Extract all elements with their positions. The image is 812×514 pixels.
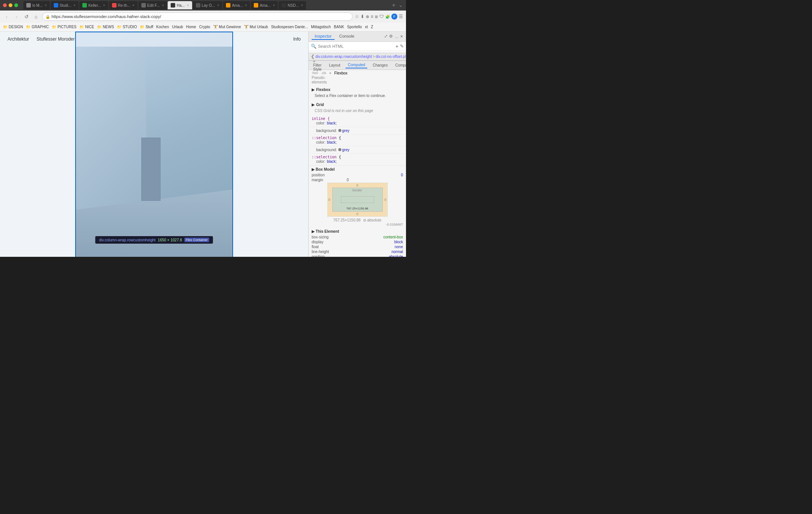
devtools-settings-icon[interactable]: ⚙ (389, 34, 393, 39)
tab-inspector[interactable]: Inspector (312, 33, 335, 40)
add-tab-button[interactable]: + (392, 2, 395, 9)
devtools-expand-icon[interactable]: ⤢ (384, 34, 388, 39)
bookmark-graphic[interactable]: 📁 GRAPHIC (26, 25, 49, 29)
bookmark-bank[interactable]: BANK (334, 25, 344, 29)
bookmark-mittagstisch[interactable]: Mittagstisch (311, 25, 331, 29)
tab-close-icon[interactable]: × (132, 3, 134, 7)
bookmark-nice[interactable]: 📁 NICE (79, 25, 94, 29)
color-swatch-2 (338, 148, 341, 151)
tab-label: NSD... (288, 3, 298, 8)
bookmark-z[interactable]: Z (371, 25, 373, 29)
devtools-close-icon[interactable]: × (400, 33, 403, 39)
bookmark-label: NEWS (103, 25, 114, 29)
styles-panel[interactable]: ≡ Filter Style Layout Computed Changes C… (309, 61, 406, 257)
tab-close-icon[interactable]: × (301, 3, 303, 7)
tab-amazon1[interactable]: Ama... × (223, 1, 250, 9)
tab-studi[interactable]: Studi... × (51, 1, 79, 9)
home-button[interactable]: ⌂ (32, 13, 40, 20)
maximize-button[interactable] (14, 3, 18, 7)
bookmark-urlaub[interactable]: Urlaub (172, 25, 183, 29)
prop-row-position: position absolute (312, 254, 403, 257)
breadcrumb-nav-left[interactable]: ❮ (311, 54, 315, 59)
nav-architektur[interactable]: Architektur (8, 36, 29, 42)
bookmark-design[interactable]: 📁 DESIGN (3, 25, 23, 29)
tab-close-icon[interactable]: × (217, 3, 219, 7)
tab-close-icon[interactable]: × (273, 3, 275, 7)
reader-icon[interactable]: ≡ (371, 14, 373, 19)
bookmark-sportello[interactable]: Sportello (347, 25, 362, 29)
tab-lo-m[interactable]: lo M... × (23, 1, 50, 9)
profile-icon[interactable]: F (391, 14, 397, 20)
edit-html-icon[interactable]: ✎ (400, 44, 404, 49)
download-icon[interactable]: ⬇ (361, 14, 364, 19)
tab-close-icon[interactable]: × (245, 3, 247, 7)
pip-icon[interactable]: ⊞ (375, 15, 378, 19)
pseudo-hov-label: :hov (312, 71, 318, 75)
devtools-ellipsis-icon[interactable]: … (394, 34, 398, 39)
bookmark-pictures[interactable]: 📁 PICTURES (52, 25, 77, 29)
bookmark-icon[interactable]: ☆ (355, 14, 359, 19)
bm-margin-top: 0 (356, 183, 358, 187)
tab-close-icon[interactable]: × (74, 3, 76, 7)
nav-info[interactable]: Info (293, 36, 301, 42)
bookmark-xt[interactable]: xt (365, 25, 368, 29)
bookmark-news[interactable]: 📁 NEWS (97, 25, 114, 29)
tab-ha-active[interactable]: Ha... × (168, 1, 192, 9)
bookmark-kochen[interactable]: Kochen (156, 25, 169, 29)
tab-editf[interactable]: Edit F... × (138, 1, 167, 9)
tab-close-icon[interactable]: × (187, 3, 189, 7)
tab-favicon (54, 3, 58, 8)
css-prop-inline: color: black; (312, 121, 403, 126)
tab-close-icon[interactable]: × (45, 3, 47, 7)
zoom-icon[interactable]: ⊕ (366, 14, 369, 19)
filter-style-tab[interactable]: ≡ Filter Style (311, 61, 324, 72)
tab-layo[interactable]: Lay O... × (193, 1, 222, 9)
bookmark-home[interactable]: Home (186, 25, 196, 29)
breadcrumb-item-2[interactable]: div.col-no-offset.place-nor (376, 55, 406, 59)
tab-reth[interactable]: Re-th... × (109, 1, 138, 9)
pseudo-elements-label: Pseudo- (312, 76, 326, 80)
back-button[interactable]: ‹ (3, 13, 11, 20)
tab-bar: lo M... × Studi... × Keller... × Re-th..… (23, 1, 403, 9)
margin-row-label: margin 0 (312, 178, 403, 182)
prop-row-box-sizing: box-sizing content-box (312, 235, 403, 240)
flexbox-header[interactable]: ▶ Flexbox (312, 88, 403, 92)
css-prop-sel: color: black; (312, 140, 403, 145)
compat-tab[interactable]: Compatit... (393, 62, 406, 68)
changes-tab[interactable]: Changes (370, 62, 390, 68)
bookmark-mutgewinne[interactable]: 🏋 Mut Gewinne (213, 25, 241, 29)
shield-icon[interactable]: 🛡 (379, 14, 384, 19)
css-val: black; (327, 140, 336, 144)
bookmark-stuff[interactable]: 📁 Stuff (140, 25, 153, 29)
tab-close-icon[interactable]: × (103, 3, 105, 7)
address-bar[interactable]: 🔒 https://www.stuflessermoroder.com/haus… (42, 12, 353, 21)
tab-amazon2[interactable]: Ama... × (251, 1, 278, 9)
extension-icon[interactable]: 🧩 (385, 15, 390, 19)
breadcrumb-item-1[interactable]: div.column-wrap.rowcustomheight (315, 55, 372, 59)
close-button[interactable] (3, 3, 7, 7)
add-node-icon[interactable]: + (395, 43, 398, 49)
bookmark-studiospesen[interactable]: Studiospesen Dante... (271, 25, 308, 29)
url-text: https://www.stuflessermoroder.com/haus-h… (52, 14, 349, 19)
tab-nsd[interactable]: NSD... × (279, 1, 306, 9)
bg-value-2: grey (338, 148, 349, 152)
layout-tab[interactable]: Layout (327, 62, 342, 68)
menu-button[interactable]: ☰ (399, 14, 403, 19)
tab-keller[interactable]: Keller... × (79, 1, 108, 9)
bookmark-muturlaub[interactable]: 🏋 Mut Urlaub (244, 25, 268, 29)
selector-text: ::selection { (312, 136, 403, 140)
reload-button[interactable]: ↺ (23, 13, 30, 20)
tab-menu-button[interactable]: ⌄ (398, 2, 403, 9)
tab-console[interactable]: Console (336, 33, 357, 40)
nav-stuflesser[interactable]: Stuflesser Moroder (36, 36, 74, 42)
pseudo-plus-icon[interactable]: + (329, 71, 332, 75)
bookmark-crypto[interactable]: Crypto (199, 25, 210, 29)
computed-tab[interactable]: Computed (345, 62, 367, 68)
html-search-input[interactable] (318, 44, 394, 49)
box-model-header[interactable]: ▶ Box Model (312, 167, 403, 171)
bookmark-studio[interactable]: 📁 STUDIO (117, 25, 137, 29)
forward-button[interactable]: › (13, 13, 20, 20)
tab-close-icon[interactable]: × (162, 3, 164, 7)
minimize-button[interactable] (9, 3, 12, 7)
grid-header[interactable]: ▶ Grid (312, 103, 403, 107)
